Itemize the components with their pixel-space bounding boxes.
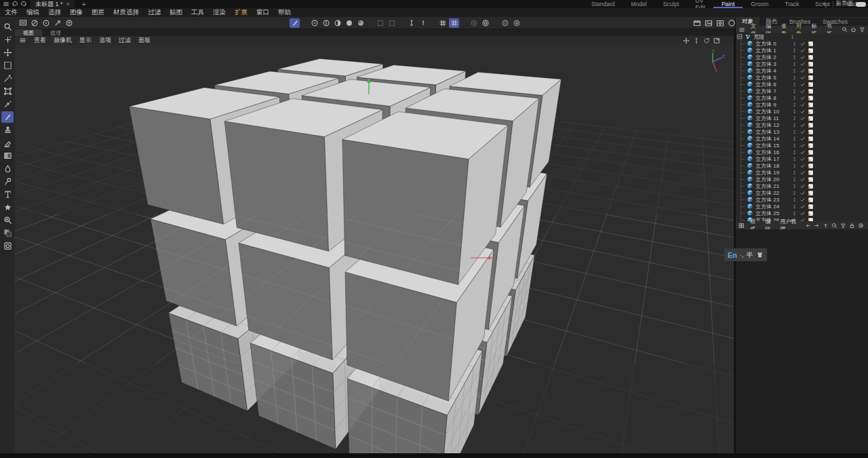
check-icon[interactable] (800, 129, 806, 135)
phong-tag-icon[interactable] (808, 68, 814, 74)
menu-item[interactable]: 图像 (70, 8, 83, 17)
add-layout-button[interactable]: + (818, 1, 830, 7)
check-icon[interactable] (800, 81, 806, 88)
check-icon[interactable] (800, 136, 806, 142)
object-row-cube[interactable]: 立方体 16 (741, 149, 868, 155)
maximize-icon[interactable] (713, 37, 720, 44)
layout-tab-track[interactable]: Track (776, 0, 807, 8)
menu-item[interactable]: 图层 (92, 8, 104, 17)
phong-tag-icon[interactable] (808, 95, 814, 101)
dots-pair-icon[interactable] (791, 197, 797, 203)
phong-tag-icon[interactable] (808, 136, 814, 142)
object-row-cube[interactable]: 立方体 17 (741, 155, 868, 162)
dots-pair-icon[interactable] (791, 190, 797, 196)
layout-tab-sculpt[interactable]: Sculpt (655, 0, 688, 8)
dots-pair-icon[interactable] (791, 68, 797, 74)
check-icon[interactable] (800, 163, 806, 169)
object-row-cube[interactable]: 立方体 3 (741, 60, 868, 67)
viewport-canvas[interactable]: YZX (15, 45, 734, 453)
object-row-cloner[interactable]: 克隆 (736, 33, 868, 40)
check-icon[interactable] (800, 156, 806, 162)
render-picture-button[interactable] (703, 18, 713, 28)
phong-tag-icon[interactable] (808, 129, 814, 135)
render-view-button[interactable] (692, 18, 702, 28)
circle-double-button[interactable] (480, 18, 490, 28)
ime-punctuation-indicator[interactable]: ·, (740, 252, 744, 259)
letter-a-button[interactable]: A (511, 18, 521, 28)
object-row-cube[interactable]: 立方体 0 (741, 40, 868, 47)
paint-brush-icon[interactable] (1, 111, 14, 123)
sparkle-cross-icon[interactable] (1, 34, 14, 45)
phong-tag-icon[interactable] (808, 47, 814, 54)
filter-icon[interactable] (859, 26, 865, 33)
check-icon[interactable] (800, 142, 806, 149)
object-row-cube[interactable]: 立方体 23 (741, 196, 868, 203)
dots-pair-icon[interactable] (791, 88, 797, 94)
object-row-cube[interactable]: 立方体 14 (741, 135, 868, 142)
ime-width-indicator[interactable]: 半 (747, 250, 753, 260)
water-drop-icon[interactable] (1, 163, 14, 174)
phong-tag-icon[interactable] (808, 109, 814, 115)
check-icon[interactable] (800, 122, 806, 128)
dots-pair-icon[interactable] (791, 115, 797, 121)
sphere-dot-button[interactable] (309, 18, 319, 28)
dots-pair-icon[interactable] (791, 170, 797, 176)
phong-tag-icon[interactable] (808, 149, 814, 155)
phong-tag-icon[interactable] (808, 183, 814, 189)
lock-icon[interactable] (849, 223, 855, 229)
dots-pair-icon[interactable] (791, 47, 797, 54)
search-icon[interactable] (842, 26, 848, 33)
menu-item[interactable]: 扩展 (235, 8, 248, 17)
ime-language-indicator[interactable]: En (728, 251, 737, 259)
menu-item[interactable]: 窗口 (256, 8, 269, 17)
layout-tab-groom[interactable]: Groom (743, 0, 776, 8)
eraser-icon[interactable] (1, 137, 14, 149)
undo-icon[interactable] (12, 1, 18, 7)
pan-icon[interactable] (683, 37, 690, 44)
object-row-cube[interactable]: 立方体 7 (741, 88, 868, 94)
smudge-icon[interactable] (1, 176, 14, 187)
phong-tag-icon[interactable] (808, 102, 814, 108)
sphere-half-button[interactable] (332, 18, 342, 28)
check-icon[interactable] (800, 68, 806, 74)
text-tool-icon[interactable] (1, 189, 14, 200)
phong-tag-icon[interactable] (808, 54, 814, 60)
dots-pair-icon[interactable] (791, 122, 797, 128)
phong-tag-icon[interactable] (808, 197, 814, 203)
phong-tag-icon[interactable] (808, 163, 814, 169)
ime-status-bar[interactable]: En ·, 半 (724, 248, 767, 261)
expander-minus-icon[interactable] (737, 34, 743, 39)
paint-brush-button[interactable] (290, 18, 300, 28)
color-swatch-icon[interactable] (1, 227, 14, 239)
check-icon[interactable] (800, 47, 806, 54)
dots-pair-icon[interactable] (791, 156, 797, 162)
layout-tab-model[interactable]: Model (623, 0, 655, 8)
dots-pair-icon[interactable] (791, 163, 797, 169)
viewport-menu-item[interactable]: 选项 (99, 36, 111, 45)
grid-snap-button[interactable] (449, 18, 459, 28)
object-row-cube[interactable]: 立方体 20 (741, 176, 868, 183)
viewport-tab-视图[interactable]: 视图 (15, 29, 42, 36)
check-icon[interactable] (800, 183, 806, 189)
check-icon[interactable] (800, 176, 806, 183)
sphere-textured-button[interactable] (355, 18, 366, 28)
new-ui-toggle[interactable] (856, 2, 866, 7)
check-icon[interactable] (800, 170, 806, 176)
phong-tag-icon[interactable] (808, 170, 814, 176)
marquee-select-icon[interactable] (1, 60, 14, 71)
arrow-left-icon[interactable] (805, 223, 811, 229)
axis-small-button[interactable] (418, 18, 428, 28)
viewport-menu-item[interactable]: 查看 (34, 36, 46, 45)
phong-tag-icon[interactable] (808, 75, 814, 81)
check-icon[interactable] (800, 197, 806, 203)
dots-pair-icon[interactable] (791, 54, 797, 60)
phong-tag-icon[interactable] (808, 88, 814, 94)
search-icon[interactable] (1, 21, 14, 33)
object-row-cube[interactable]: 立方体 24 (741, 203, 868, 210)
layout-tab-standard[interactable]: Standard (583, 0, 623, 8)
check-icon[interactable] (800, 102, 806, 108)
check-icon[interactable] (800, 149, 806, 155)
dots-pair-icon[interactable] (791, 210, 797, 216)
object-row-cube[interactable]: 立方体 25 (741, 210, 868, 216)
check-icon[interactable] (800, 54, 806, 60)
